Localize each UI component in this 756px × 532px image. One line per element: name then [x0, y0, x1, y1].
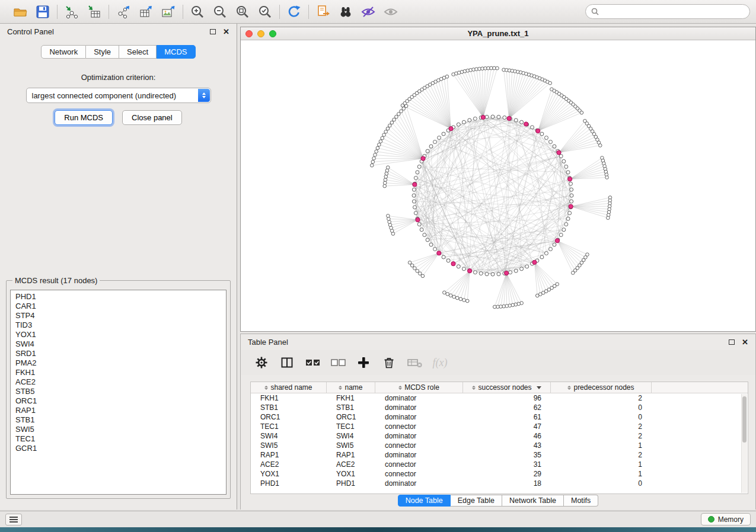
export-image-icon[interactable] [160, 3, 177, 21]
table-cell: 2 [551, 451, 652, 459]
table-scrollbar[interactable] [741, 394, 747, 493]
tab-edge-table[interactable]: Edge Table [451, 495, 502, 507]
table-row[interactable]: SWI4SWI4dominator462 [251, 431, 748, 441]
window-zoom-button[interactable] [269, 30, 276, 37]
table-cell: 1 [551, 460, 652, 469]
apply-layout-icon[interactable] [285, 3, 303, 21]
mcds-result-item[interactable]: GCR1 [11, 444, 226, 453]
table-row[interactable]: RAP1RAP1dominator352 [251, 450, 748, 460]
table-settings-gear-icon[interactable] [254, 355, 269, 370]
hide-selected-eye-icon[interactable] [359, 3, 377, 21]
sort-icon [567, 386, 571, 390]
network-canvas[interactable] [241, 40, 754, 331]
optimization-criterion-select[interactable]: largest connected component (undirected) [26, 88, 211, 103]
network-titlebar[interactable]: YPA_prune.txt_1 [241, 27, 755, 40]
table-row[interactable]: ACE2ACE2connector311 [251, 460, 748, 469]
mcds-result-item[interactable]: FKH1 [11, 368, 226, 377]
find-binoculars-icon[interactable] [337, 3, 355, 21]
table-cell: connector [375, 460, 463, 469]
window-close-button[interactable] [245, 30, 253, 37]
tab-select[interactable]: Select [119, 45, 157, 59]
tab-network[interactable]: Network [41, 45, 86, 59]
status-menu-button[interactable] [5, 514, 22, 525]
table-row[interactable]: PHD1PHD1dominator180 [251, 479, 748, 488]
tab-style[interactable]: Style [86, 45, 119, 59]
search-box[interactable] [585, 4, 750, 19]
mcds-result-item[interactable]: STB1 [11, 415, 226, 425]
column-header-shared-name[interactable]: shared name [251, 382, 327, 393]
mcds-result-item[interactable]: TEC1 [11, 434, 226, 444]
save-session-icon[interactable] [34, 3, 52, 21]
table-cell: dominator [375, 394, 463, 402]
export-table-icon[interactable] [137, 3, 155, 21]
mcds-result-item[interactable]: PHD1 [11, 292, 226, 302]
table-cell: 0 [551, 479, 652, 488]
mcds-result-item[interactable]: SWI4 [11, 339, 226, 349]
column-header-successor-nodes[interactable]: successor nodes [463, 382, 551, 393]
export-network-icon[interactable] [114, 3, 132, 21]
mcds-result-item[interactable]: SWI5 [11, 425, 226, 434]
table-cell: dominator [375, 432, 463, 440]
table-row[interactable]: SWI5SWI5connector431 [251, 441, 748, 450]
show-columns-icon[interactable] [279, 355, 295, 370]
close-panel-button[interactable]: Close panel [122, 110, 182, 125]
memory-button[interactable]: Memory [701, 513, 751, 525]
table-cell: RAP1 [327, 451, 375, 459]
column-header-MCDS-role[interactable]: MCDS role [375, 382, 463, 393]
table-row[interactable]: STB1STB1dominator620 [251, 403, 748, 412]
table-row[interactable]: ORC1ORC1dominator610 [251, 412, 748, 422]
sort-icon [264, 386, 268, 390]
table-panel-title: Table Panel [248, 338, 288, 347]
zoom-fit-icon[interactable] [234, 3, 251, 21]
delete-column-trash-icon[interactable] [381, 355, 397, 370]
window-minimize-button[interactable] [257, 30, 264, 37]
show-all-eye-icon[interactable] [382, 3, 400, 21]
mcds-result-item[interactable]: STP4 [11, 311, 226, 321]
table-row[interactable]: TEC1TEC1connector472 [251, 422, 748, 431]
zoom-selected-icon[interactable] [256, 3, 274, 21]
select-all-icon[interactable] [305, 355, 320, 370]
table-cell: YOX1 [251, 470, 327, 478]
float-panel-icon[interactable] [210, 29, 216, 34]
control-panel: Control Panel ✕ NetworkStyleSelectMCDS O… [0, 24, 237, 509]
mcds-result-item[interactable]: YOX1 [11, 330, 226, 339]
table-cell: 2 [551, 422, 652, 431]
column-header-name[interactable]: name [327, 382, 375, 393]
mcds-result-item[interactable]: CAR1 [11, 302, 226, 311]
mcds-result-item[interactable]: SRD1 [11, 349, 226, 358]
mcds-result-item[interactable]: ACE2 [11, 377, 226, 387]
tab-node-table[interactable]: Node Table [398, 495, 451, 507]
import-table-icon[interactable] [85, 3, 103, 21]
search-icon [591, 8, 599, 15]
chevron-down-icon [537, 386, 541, 389]
run-mcds-button[interactable]: Run MCDS [55, 110, 113, 125]
zoom-in-icon[interactable] [189, 3, 206, 21]
zoom-out-icon[interactable] [211, 3, 229, 21]
column-header-predecessor-nodes[interactable]: predecessor nodes [551, 382, 652, 393]
sort-icon [398, 386, 402, 390]
mcds-result-item[interactable]: STB5 [11, 387, 226, 396]
close-table-panel-icon[interactable]: ✕ [742, 339, 748, 345]
scrollbar-thumb[interactable] [742, 396, 747, 443]
mcds-result-item[interactable]: PMA2 [11, 358, 226, 368]
table-cell: 35 [463, 451, 551, 459]
mcds-result-item[interactable]: TID3 [11, 321, 226, 330]
mcds-result-list[interactable]: PHD1CAR1STP4TID3YOX1SWI4SRD1PMA2FKH1ACE2… [10, 290, 227, 495]
close-panel-icon[interactable]: ✕ [223, 29, 229, 35]
table-row[interactable]: YOX1YOX1connector291 [251, 469, 748, 479]
import-network-icon[interactable] [63, 3, 81, 21]
tab-motifs[interactable]: Motifs [564, 495, 598, 507]
tab-mcds[interactable]: MCDS [157, 45, 195, 59]
mcds-result-item[interactable]: RAP1 [11, 406, 226, 415]
open-session-icon[interactable] [11, 3, 29, 21]
deselect-all-icon[interactable] [330, 355, 346, 370]
add-column-plus-icon[interactable] [356, 355, 371, 370]
search-input[interactable] [602, 8, 744, 16]
tab-network-table[interactable]: Network Table [502, 495, 564, 507]
clone-network-icon[interactable] [314, 3, 332, 21]
float-table-panel-icon[interactable] [729, 339, 735, 345]
table-cell: FKH1 [327, 394, 375, 402]
table-cell: 47 [463, 422, 551, 431]
table-row[interactable]: FKH1FKH1dominator962 [251, 393, 748, 403]
mcds-result-item[interactable]: ORC1 [11, 396, 226, 406]
